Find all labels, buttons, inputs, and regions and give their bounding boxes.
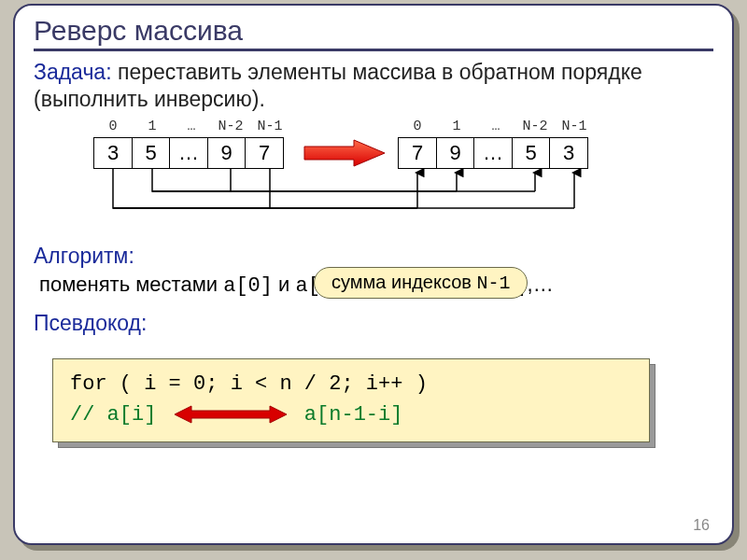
task-text: переставить элементы массива в обратном … [34, 60, 642, 111]
t: сумма индексов [331, 272, 476, 292]
code-line: // a[i] a[n-1-i] [70, 399, 632, 430]
algorithm-label: Алгоритм: [34, 244, 713, 269]
idx: … [172, 119, 211, 137]
idx: N-1 [555, 119, 594, 137]
idx: N-2 [211, 119, 250, 137]
array-diagram: 0 1 … N-2 N-1 3 5 … 9 7 [34, 119, 713, 240]
double-arrow-icon [175, 405, 287, 424]
cell: 7 [398, 137, 437, 169]
t: поменять местами [39, 273, 223, 296]
page-title: Реверс массива [34, 15, 713, 51]
task-label: Задача: [34, 60, 112, 84]
code: a[0] [223, 274, 273, 298]
idx: N-2 [515, 119, 555, 137]
task-description: Задача: переставить элементы массива в о… [34, 59, 713, 113]
t: // a[i] [70, 403, 169, 427]
right-arrow-icon [303, 139, 387, 167]
cell: 5 [132, 137, 171, 169]
code-block: for ( i = 0; i < n / 2; i++ ) // a[i] a[… [52, 358, 650, 442]
cell: 5 [512, 137, 551, 169]
cell: 3 [549, 137, 588, 169]
t: и [273, 273, 296, 296]
idx: 1 [437, 119, 476, 137]
idx: 0 [93, 119, 133, 137]
t: ,… [528, 273, 554, 296]
idx: 1 [133, 119, 172, 137]
idx: … [476, 119, 515, 137]
idx: 0 [398, 119, 437, 137]
code: N-1 [476, 273, 510, 294]
svg-marker-2 [175, 406, 287, 423]
array-before: 0 1 … N-2 N-1 3 5 … 9 7 [93, 119, 289, 169]
cell: … [169, 137, 208, 169]
cell: 3 [93, 137, 133, 169]
code-line: for ( i = 0; i < n / 2; i++ ) [70, 369, 632, 399]
cell: 7 [245, 137, 284, 169]
cell: 9 [436, 137, 475, 169]
t: a[n-1-i] [304, 403, 403, 427]
idx: N-1 [250, 119, 289, 137]
cell: 9 [207, 137, 247, 169]
code-content: for ( i = 0; i < n / 2; i++ ) // a[i] a[… [52, 358, 650, 442]
array-after: 0 1 … N-2 N-1 7 9 … 5 3 [398, 119, 594, 169]
callout-sum-indices: сумма индексов N-1 [314, 267, 528, 299]
svg-marker-0 [304, 140, 385, 166]
pseudocode-label: Псевдокод: [34, 311, 713, 336]
page-number: 16 [693, 517, 710, 534]
cell: … [473, 137, 513, 169]
